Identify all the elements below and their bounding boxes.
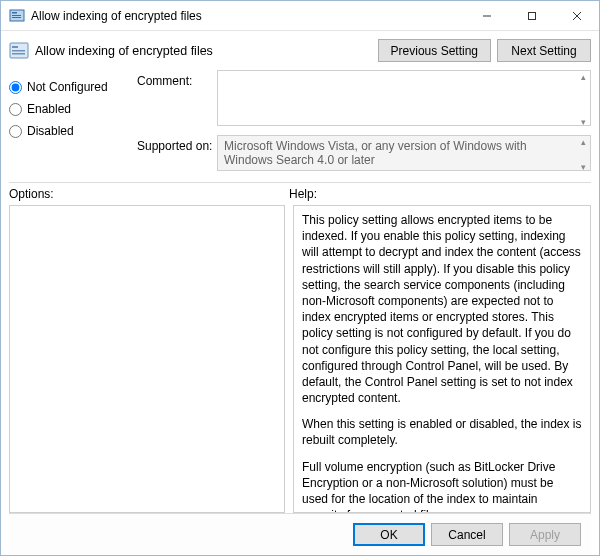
svg-rect-3 — [12, 17, 21, 18]
minimize-button[interactable] — [464, 1, 509, 30]
comment-textarea[interactable] — [217, 70, 591, 126]
policy-icon — [9, 8, 25, 24]
policy-header: Allow indexing of encrypted files Previo… — [9, 39, 591, 62]
policy-title: Allow indexing of encrypted files — [35, 44, 372, 58]
next-setting-button[interactable]: Next Setting — [497, 39, 591, 62]
maximize-button[interactable] — [509, 1, 554, 30]
supported-on-text — [217, 135, 591, 171]
radio-not-configured-label: Not Configured — [27, 80, 108, 94]
divider — [9, 182, 591, 183]
previous-setting-button[interactable]: Previous Setting — [378, 39, 491, 62]
cancel-button[interactable]: Cancel — [431, 523, 503, 546]
help-paragraph: Full volume encryption (such as BitLocke… — [302, 459, 582, 513]
titlebar: Allow indexing of encrypted files — [1, 1, 599, 31]
dialog-window: Allow indexing of encrypted files Allow … — [0, 0, 600, 556]
options-label: Options: — [9, 187, 289, 201]
radio-not-configured-input[interactable] — [9, 81, 22, 94]
radio-not-configured[interactable]: Not Configured — [9, 80, 129, 94]
help-label: Help: — [289, 187, 317, 201]
supported-on-label: Supported on: — [137, 135, 217, 153]
help-paragraph: When this setting is enabled or disabled… — [302, 416, 582, 448]
help-paragraph: This policy setting allows encrypted ite… — [302, 212, 582, 406]
radio-disabled[interactable]: Disabled — [9, 124, 129, 138]
dialog-footer: OK Cancel Apply — [9, 513, 591, 555]
radio-disabled-label: Disabled — [27, 124, 74, 138]
svg-rect-11 — [12, 53, 25, 55]
svg-rect-9 — [12, 46, 18, 48]
policy-header-icon — [9, 41, 29, 61]
options-pane[interactable] — [9, 205, 285, 513]
help-pane[interactable]: This policy setting allows encrypted ite… — [293, 205, 591, 513]
radio-enabled-input[interactable] — [9, 103, 22, 116]
radio-disabled-input[interactable] — [9, 125, 22, 138]
state-radio-group: Not Configured Enabled Disabled — [9, 70, 129, 174]
close-button[interactable] — [554, 1, 599, 30]
apply-button[interactable]: Apply — [509, 523, 581, 546]
svg-rect-10 — [12, 50, 25, 52]
comment-label: Comment: — [137, 70, 217, 88]
svg-rect-1 — [12, 12, 17, 14]
radio-enabled-label: Enabled — [27, 102, 71, 116]
window-title: Allow indexing of encrypted files — [31, 9, 464, 23]
ok-button[interactable]: OK — [353, 523, 425, 546]
svg-rect-2 — [12, 15, 21, 16]
radio-enabled[interactable]: Enabled — [9, 102, 129, 116]
svg-rect-5 — [528, 12, 535, 19]
